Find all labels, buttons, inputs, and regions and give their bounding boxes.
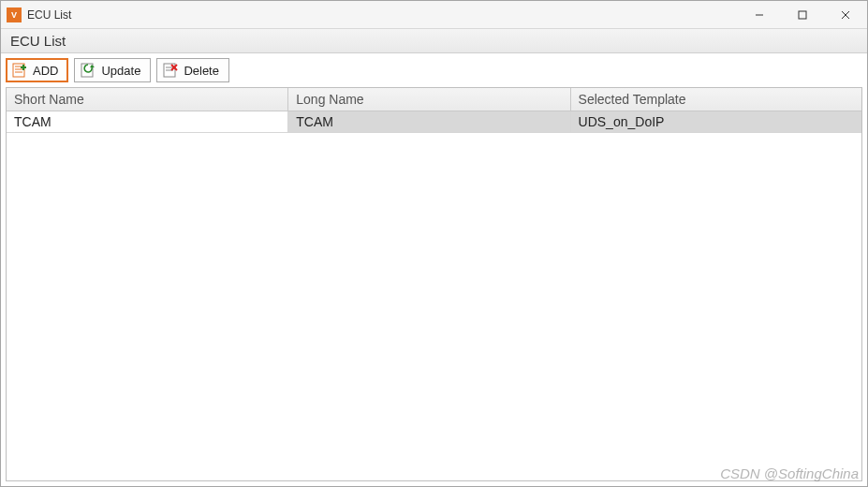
cell-short-name[interactable]: TCAM [7,111,288,133]
maximize-button[interactable] [781,1,824,28]
delete-button-label: Delete [184,64,219,78]
window-controls [738,1,867,28]
minimize-icon [755,10,764,20]
minimize-button[interactable] [738,1,781,28]
delete-icon [161,61,180,80]
update-button-label: Update [101,64,140,78]
toolbar: ADD Update Delet [1,53,867,87]
column-header-long-name[interactable]: Long Name [288,88,570,111]
window-title: ECU List [27,8,738,22]
table-row[interactable]: TCAM TCAM UDS_on_DoIP [7,111,861,133]
cell-long-name[interactable]: TCAM [288,111,570,133]
add-button-label: ADD [33,64,58,78]
update-button[interactable]: Update [74,58,151,82]
add-button[interactable]: ADD [6,58,68,82]
add-icon [10,61,29,80]
refresh-icon [79,61,97,80]
column-header-selected-template[interactable]: Selected Template [571,88,861,111]
cell-selected-template[interactable]: UDS_on_DoIP [571,111,861,133]
table-header: Short Name Long Name Selected Template [7,88,861,111]
maximize-icon [798,10,807,20]
column-header-short-name[interactable]: Short Name [7,88,288,111]
delete-button[interactable]: Delete [156,58,229,82]
page-title: ECU List [1,29,867,53]
svg-rect-1 [799,11,806,19]
close-button[interactable] [824,1,867,28]
table-body: TCAM TCAM UDS_on_DoIP [7,111,861,133]
app-icon-letter: V [11,10,17,20]
app-icon: V [7,7,22,22]
app-window: V ECU List ECU List [0,0,868,487]
close-icon [841,10,850,20]
titlebar: V ECU List [1,1,867,29]
ecu-table: Short Name Long Name Selected Template T… [6,87,862,481]
